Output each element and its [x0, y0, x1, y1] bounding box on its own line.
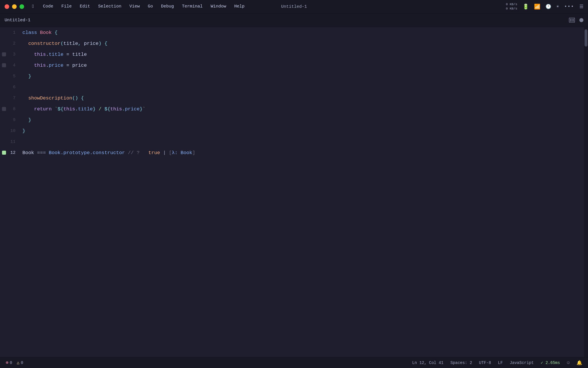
token-title-prop-2: title: [78, 106, 93, 112]
bp-4[interactable]: [0, 60, 8, 71]
warning-icon: △: [17, 360, 19, 365]
menu-debug[interactable]: Debug: [161, 4, 174, 9]
error-number: 0: [10, 361, 12, 365]
token-price-var: price: [72, 63, 87, 68]
token-title-var: title: [72, 52, 87, 57]
token-class-kw: class: [22, 30, 40, 35]
upload-speed: 0 KB/s: [506, 2, 517, 7]
line-ending[interactable]: LF: [498, 361, 503, 365]
error-icon: ⊗: [6, 360, 8, 365]
encoding[interactable]: UTF-8: [479, 361, 491, 365]
network-speed: 0 KB/s 0 KB/s: [506, 2, 517, 11]
line-num-2: 2: [8, 38, 17, 49]
language-mode[interactable]: JavaScript: [510, 361, 534, 365]
scrollbar-thumb[interactable]: [585, 29, 587, 47]
menu-help[interactable]: Help: [234, 4, 245, 9]
split-right: [572, 19, 574, 22]
bp-2[interactable]: [0, 38, 8, 49]
status-bar: ⊗ 0 △ 0 Ln 12, Col 41 Spaces: 2 UTF-8 LF…: [0, 357, 588, 368]
token-param-price: price: [84, 41, 98, 46]
bp-6[interactable]: [0, 82, 8, 93]
bp-12[interactable]: [0, 147, 8, 158]
menu-file[interactable]: File: [61, 4, 72, 9]
apple-menu-icon[interactable]: : [32, 4, 35, 9]
tab-untitled[interactable]: Untitled-1: [5, 18, 30, 23]
editor-area: 1 2 3 4 5 6 7 8 9 10 11 12 class Book { …: [0, 27, 588, 357]
spaces-setting[interactable]: Spaces: 2: [450, 361, 472, 365]
token-dot-4: .: [122, 106, 125, 112]
cursor-position[interactable]: Ln 12, Col 41: [412, 361, 443, 365]
line-num-8: 8: [8, 103, 17, 114]
bp-7[interactable]: [0, 93, 8, 103]
token-close-brace-2: }: [28, 117, 31, 123]
download-speed: 0 KB/s: [506, 7, 517, 11]
window-title-text: Untitled-1: [281, 4, 307, 9]
bp-dot-3: [2, 52, 6, 56]
menu-code[interactable]: Code: [43, 4, 53, 9]
menu-selection[interactable]: Selection: [98, 4, 121, 9]
token-paren-close: ): [98, 41, 104, 46]
bp-3[interactable]: [0, 49, 8, 60]
code-editor[interactable]: class Book { constructor(title, price) {…: [20, 27, 588, 357]
titlebar:  Code File Edit Selection View Go Debug…: [0, 0, 588, 14]
menu-edit[interactable]: Edit: [80, 4, 90, 9]
scrollbar[interactable]: [584, 27, 588, 357]
menu-go[interactable]: Go: [148, 4, 153, 9]
token-comma: ,: [78, 41, 84, 46]
token-book-1: Book: [22, 150, 34, 156]
token-str-slash: /: [96, 106, 105, 112]
timing-check: ✓ 2.65ms: [541, 360, 560, 365]
tab-bar: Untitled-1: [0, 14, 588, 27]
code-line-9: }: [22, 114, 588, 125]
bp-1[interactable]: [0, 27, 8, 38]
token-dollar-1: ${: [57, 106, 63, 112]
smiley-icon[interactable]: ☺: [567, 360, 570, 365]
token-eq-2: =: [63, 63, 72, 68]
split-editor-icon[interactable]: [569, 18, 575, 22]
breakpoint-column: [0, 27, 8, 357]
code-line-12: Book === Book.prototype.constructor // ?…: [22, 147, 588, 158]
list-icon[interactable]: ☰: [579, 4, 583, 9]
token-true: true: [142, 150, 160, 156]
tabbar-actions: [569, 18, 583, 22]
spotlight-icon[interactable]: ☀: [556, 4, 559, 9]
bp-11[interactable]: [0, 136, 8, 147]
token-open-brace-3: {: [81, 95, 84, 101]
token-price-prop: price: [49, 63, 63, 68]
line-num-4: 4: [8, 60, 17, 71]
code-line-5: }: [22, 71, 588, 82]
warning-number: 0: [21, 361, 23, 365]
bell-icon[interactable]: 🔔: [577, 360, 582, 366]
close-button[interactable]: [5, 4, 9, 9]
menu-terminal[interactable]: Terminal: [182, 4, 203, 9]
line-num-10: 10: [8, 125, 17, 136]
token-close-brace-1: }: [28, 74, 31, 79]
error-count[interactable]: ⊗ 0: [6, 360, 12, 365]
token-backtick-2: `: [142, 106, 145, 112]
token-lambda-1: [: [169, 150, 172, 156]
minimize-button[interactable]: [12, 4, 17, 9]
token-this-3: this: [63, 106, 75, 112]
token-this-4: this: [110, 106, 122, 112]
menu-view[interactable]: View: [129, 4, 140, 9]
line-num-3: 3: [8, 49, 17, 60]
token-this-2: this: [34, 63, 46, 68]
bp-8[interactable]: [0, 103, 8, 114]
maximize-button[interactable]: [20, 4, 24, 9]
code-line-4: this.price = price: [22, 60, 588, 71]
battery-icon: 🔋: [523, 3, 529, 10]
bp-9[interactable]: [0, 114, 8, 125]
code-line-1: class Book {: [22, 27, 588, 38]
token-eq-1: =: [63, 52, 72, 57]
bp-5[interactable]: [0, 71, 8, 82]
more-icon[interactable]: •••: [564, 4, 574, 9]
warning-count[interactable]: △ 0: [17, 360, 23, 365]
token-lambda-2: λ: Book: [172, 150, 192, 156]
line-num-7: 7: [8, 93, 17, 103]
token-triple-eq: ===: [34, 150, 49, 156]
more-options-icon[interactable]: [579, 18, 583, 22]
menu-window[interactable]: Window: [211, 4, 226, 9]
bp-10[interactable]: [0, 125, 8, 136]
code-line-7: showDescription() {: [22, 93, 588, 103]
line-num-6: 6: [8, 82, 17, 93]
